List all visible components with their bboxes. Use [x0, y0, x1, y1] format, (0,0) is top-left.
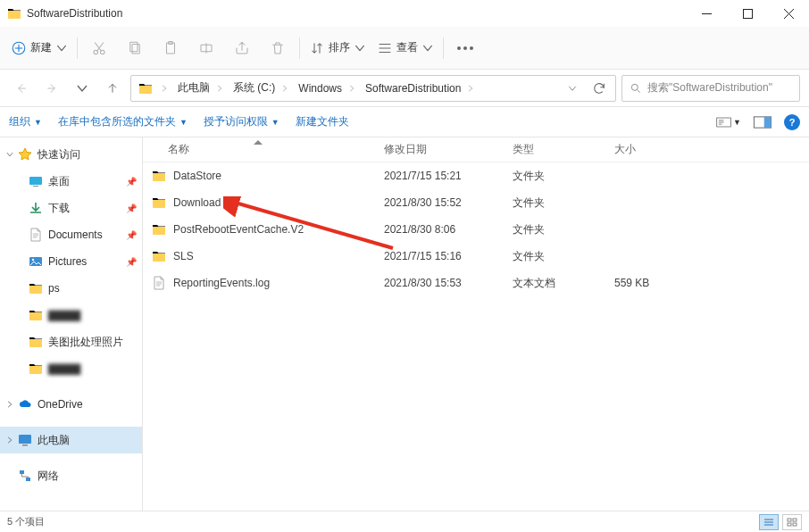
sidebar-item-label: 网络	[38, 469, 59, 484]
pin-icon: 📌	[126, 204, 137, 213]
chevron-right-icon[interactable]	[4, 434, 16, 446]
help-button[interactable]: ?	[784, 114, 800, 130]
file-name: ReportingEvents.log	[173, 277, 270, 289]
icons-view-button[interactable]	[782, 514, 802, 530]
column-header-type[interactable]: 类型	[502, 142, 604, 157]
svg-rect-20	[26, 478, 30, 481]
cut-button[interactable]	[81, 34, 117, 62]
crumb-drive[interactable]: 系统 (C:)	[228, 76, 293, 101]
main-area: 快速访问 桌面 📌 下载 📌 Documents 📌 Pictures 📌 ps	[0, 137, 809, 511]
grant-menu[interactable]: 授予访问权限▼	[204, 114, 279, 129]
folder-icon	[138, 81, 153, 96]
file-type: 文件夹	[502, 249, 604, 264]
sidebar-item-desktop[interactable]: 桌面 📌	[0, 168, 142, 195]
new-button[interactable]: 新建	[5, 34, 73, 62]
file-row[interactable]: PostRebootEventCache.V22021/8/30 8:06文件夹	[143, 216, 809, 243]
details-view-button[interactable]	[759, 514, 779, 530]
file-row[interactable]: Download2021/8/30 15:52文件夹	[143, 189, 809, 216]
sidebar-item-downloads[interactable]: 下载 📌	[0, 195, 142, 221]
include-menu[interactable]: 在库中包含所选的文件夹▼	[58, 114, 188, 129]
crumb-windows[interactable]: Windows	[293, 76, 360, 101]
sidebar-item-hidden2[interactable]: ▇▇▇▇	[0, 355, 142, 382]
delete-button[interactable]	[260, 34, 296, 62]
desktop-icon	[29, 174, 43, 188]
maximize-button[interactable]	[727, 0, 768, 27]
recent-dropdown[interactable]	[70, 76, 95, 101]
svg-rect-17	[19, 435, 31, 444]
newfolder-action[interactable]: 新建文件夹	[296, 114, 349, 129]
column-headers: 名称 修改日期 类型 大小	[143, 137, 809, 162]
sidebar-onedrive[interactable]: OneDrive	[0, 391, 142, 418]
paste-button[interactable]	[153, 34, 188, 62]
sidebar-item-ps[interactable]: ps	[0, 275, 142, 302]
file-list[interactable]: DataStore2021/7/15 15:21文件夹Download2021/…	[143, 162, 809, 296]
more-button[interactable]	[447, 34, 483, 62]
pin-icon: 📌	[126, 230, 137, 240]
pin-icon: 📌	[126, 177, 137, 187]
sidebar-network[interactable]: 网络	[0, 462, 142, 489]
file-row[interactable]: DataStore2021/7/15 15:21文件夹	[143, 162, 809, 189]
sidebar-item-label: ps	[48, 282, 60, 295]
folder-icon	[152, 222, 166, 237]
preview-pane-button[interactable]	[750, 113, 775, 131]
folder-icon	[29, 308, 43, 322]
file-name: DataStore	[173, 170, 221, 182]
svg-rect-14	[33, 186, 38, 187]
chevron-right-icon	[466, 84, 475, 93]
minimize-button[interactable]	[686, 0, 727, 27]
file-row[interactable]: SLS2021/7/15 15:16文件夹	[143, 243, 809, 270]
chevron-down-icon[interactable]	[4, 148, 16, 161]
up-button[interactable]	[100, 76, 125, 101]
share-button[interactable]	[224, 34, 260, 62]
address-dropdown[interactable]	[560, 76, 585, 101]
file-type: 文件夹	[502, 169, 604, 184]
toolbar: 新建 排序 查看	[0, 27, 809, 70]
status-bar: 5 个项目	[0, 511, 809, 532]
search-icon	[630, 82, 642, 95]
chevron-right-icon	[280, 84, 289, 93]
content-pane: 名称 修改日期 类型 大小 DataStore2021/7/15 15:21文件…	[143, 137, 809, 511]
file-name-cell: SLS	[143, 249, 373, 263]
close-button[interactable]	[768, 0, 809, 27]
sort-button[interactable]: 排序	[304, 34, 371, 62]
column-header-date[interactable]: 修改日期	[373, 142, 502, 157]
crumb-thispc[interactable]: 此电脑	[172, 76, 228, 101]
sidebar-item-label: Pictures	[48, 255, 87, 268]
sidebar-item-label: 此电脑	[38, 433, 70, 448]
copy-button[interactable]	[117, 34, 153, 62]
details-pane-button[interactable]: ▼	[716, 113, 741, 131]
chevron-right-icon[interactable]	[4, 398, 16, 411]
rename-button[interactable]	[188, 34, 224, 62]
view-button[interactable]: 查看	[371, 34, 439, 62]
column-header-name[interactable]: 名称	[143, 142, 373, 157]
back-button[interactable]	[9, 76, 34, 101]
sidebar-item-hidden1[interactable]: ▇▇▇▇	[0, 302, 142, 328]
search-input[interactable]: 搜索"SoftwareDistribution"	[621, 75, 800, 102]
sidebar-item-label: Documents	[48, 229, 103, 241]
folder-icon	[29, 335, 43, 349]
crumb-current[interactable]: SoftwareDistribution	[360, 76, 479, 101]
file-name: SLS	[173, 250, 194, 262]
file-date: 2021/7/15 15:16	[373, 250, 502, 262]
column-header-size[interactable]: 大小	[604, 142, 711, 157]
file-date: 2021/8/30 15:53	[373, 277, 502, 289]
sidebar-item-documents[interactable]: Documents 📌	[0, 221, 142, 248]
file-row[interactable]: ReportingEvents.log2021/8/30 15:53文本文档55…	[143, 270, 809, 296]
folder-icon	[7, 6, 21, 21]
window-title: SoftwareDistribution	[27, 7, 686, 20]
svg-point-16	[32, 259, 34, 261]
folder-icon	[29, 362, 43, 376]
forward-button[interactable]	[39, 76, 64, 101]
sidebar[interactable]: 快速访问 桌面 📌 下载 📌 Documents 📌 Pictures 📌 ps	[0, 137, 143, 511]
sidebar-item-pictures[interactable]: Pictures 📌	[0, 248, 142, 275]
file-name-cell: PostRebootEventCache.V2	[143, 222, 373, 237]
file-date: 2021/8/30 15:52	[373, 196, 502, 209]
sidebar-item-meitu[interactable]: 美图批处理照片	[0, 328, 142, 355]
refresh-button[interactable]	[587, 76, 612, 101]
address-bar[interactable]: 此电脑 系统 (C:) Windows SoftwareDistribution	[130, 75, 616, 102]
sidebar-item-label: ▇▇▇▇	[48, 309, 80, 321]
organize-menu[interactable]: 组织▼	[9, 114, 42, 129]
folder-icon	[29, 281, 43, 295]
sidebar-thispc[interactable]: 此电脑	[0, 427, 142, 453]
sidebar-quick-access[interactable]: 快速访问	[0, 141, 142, 168]
